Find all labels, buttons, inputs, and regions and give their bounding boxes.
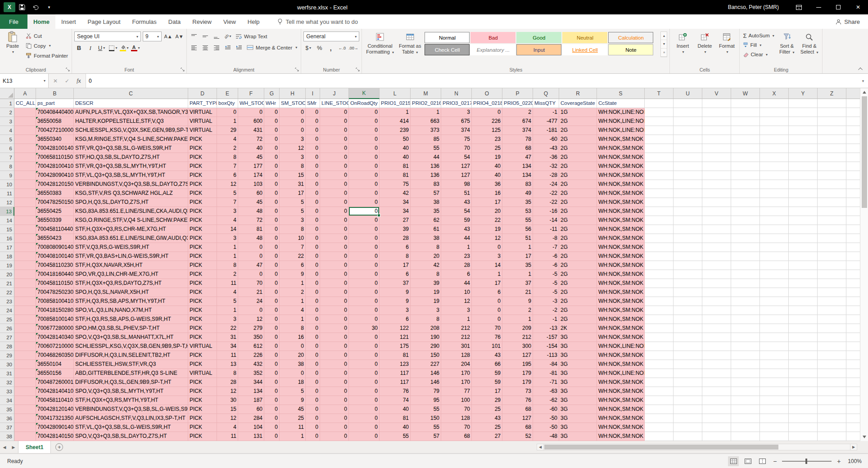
close-button[interactable]: ✕ [848,0,868,14]
cell[interactable]: -14 [533,216,559,225]
cell[interactable]: 0 [280,117,306,126]
cell[interactable]: 0 [264,360,280,369]
cell[interactable] [14,315,36,324]
cell[interactable]: 0 [320,243,349,252]
gallery-scroll-down-icon[interactable]: ▼ [661,40,667,48]
cell[interactable]: 34 [380,198,411,207]
cell[interactable]: 0 [306,324,320,333]
cell[interactable]: 700418160440 [36,270,74,279]
cell[interactable]: 3 [280,216,306,225]
cell[interactable]: 38 [411,198,441,207]
cell[interactable]: 0 [306,189,320,198]
cell[interactable]: 25 [472,423,502,432]
cell[interactable] [14,144,36,153]
cell[interactable] [789,387,818,396]
cell[interactable]: 29 [472,396,502,405]
cell[interactable]: 0 [264,135,280,144]
cell[interactable] [789,432,818,441]
cell[interactable]: 0 [349,342,380,351]
cell[interactable]: 8 [411,315,441,324]
cell[interactable] [760,261,789,270]
cell[interactable]: 239 [380,126,411,135]
column-header-K[interactable]: K [349,88,380,99]
cell[interactable]: STF,VL,Q3+Q3,SB,SL,G-WEIS,S9R,HT [74,423,188,432]
cell[interactable] [731,252,760,261]
align-left-button[interactable] [189,43,199,52]
cell[interactable] [645,351,674,360]
cell[interactable]: STF,HO,Q3,SB,SL,DAYTO,Z7S,HT [74,153,188,162]
cell[interactable] [14,288,36,297]
cell[interactable]: WH:NOK,SM:NOK [597,252,645,261]
cell[interactable]: 2G [559,135,597,144]
top-align-button[interactable] [189,32,199,41]
cell[interactable]: 28 [217,378,238,387]
column-header-C[interactable]: C [74,88,188,99]
cell[interactable] [846,423,860,432]
cell[interactable]: 187 [238,396,264,405]
cell[interactable]: 78 [502,135,533,144]
cell[interactable] [14,126,36,135]
row-header-19[interactable]: 19 [0,261,14,270]
insert-cells-button[interactable]: Insert ▾ [672,30,693,66]
column-header-A[interactable]: A [14,88,36,99]
cell[interactable]: 0 [264,189,280,198]
cell[interactable]: -71 [533,378,559,387]
cell[interactable] [702,117,731,126]
cell[interactable]: SPO,V,Q3+Q3,SB,SL,DAYTO,Z7S,HT [74,432,188,441]
cell[interactable] [731,351,760,360]
cell[interactable]: 0 [320,180,349,189]
cell[interactable] [14,207,36,216]
cell[interactable] [846,414,860,423]
cell[interactable]: 40 [472,162,502,171]
cell[interactable]: STF,V,Q3,RS,G-WEIS,S9R,HT [74,243,188,252]
cell[interactable]: PICK [188,297,217,306]
cell[interactable] [14,135,36,144]
cell[interactable]: SPO,VL,Q3,LIN,NANO,X7M,HT [74,306,188,315]
cell[interactable] [14,171,36,180]
column-header-G[interactable]: G [264,88,280,99]
cell[interactable]: 19 [472,153,502,162]
cell[interactable]: 4 [217,423,238,432]
column-header-Q[interactable]: Q [533,88,559,99]
cell[interactable]: 40 [472,171,502,180]
row-header-23[interactable]: 23 [0,297,14,306]
cell[interactable] [731,243,760,252]
cell[interactable] [818,243,846,252]
cell[interactable]: 43 [441,198,472,207]
cell[interactable] [846,297,860,306]
cell[interactable] [818,216,846,225]
cell[interactable]: 700458110150 [36,279,74,288]
cell[interactable]: 55 [411,405,441,414]
cell[interactable] [645,180,674,189]
cell[interactable]: 11 [280,423,306,432]
cell[interactable] [674,405,702,414]
cell[interactable]: -477 [533,117,559,126]
cell[interactable] [846,351,860,360]
cell[interactable] [818,225,846,234]
cell[interactable]: 34 [217,342,238,351]
cell[interactable] [645,432,674,441]
cell[interactable]: 44 [411,153,441,162]
cell[interactable]: 0 [320,297,349,306]
column-header-Y[interactable]: Y [789,88,818,99]
cell[interactable] [645,279,674,288]
cell[interactable]: 61 [411,225,441,234]
cell[interactable]: 0 [320,252,349,261]
cell[interactable]: 100 [441,396,472,405]
cell[interactable] [702,324,731,333]
cell[interactable] [818,117,846,126]
cell[interactable] [846,135,860,144]
column-header-M[interactable]: M [411,88,441,99]
number-format-select[interactable]: General▾ [303,32,359,41]
cell[interactable] [818,342,846,351]
cell[interactable] [702,153,731,162]
cell[interactable]: 55 [502,216,533,225]
cell[interactable] [14,405,36,414]
cell-style-bad[interactable]: Bad [470,32,515,43]
cell[interactable]: -22 [533,189,559,198]
field-header-OnRoadQty[interactable]: OnRoadQty [349,99,380,108]
cell[interactable] [14,297,36,306]
cell[interactable]: PICK [188,414,217,423]
cell[interactable]: WH:NOK,LINE:NOK [597,342,645,351]
cell[interactable] [674,117,702,126]
